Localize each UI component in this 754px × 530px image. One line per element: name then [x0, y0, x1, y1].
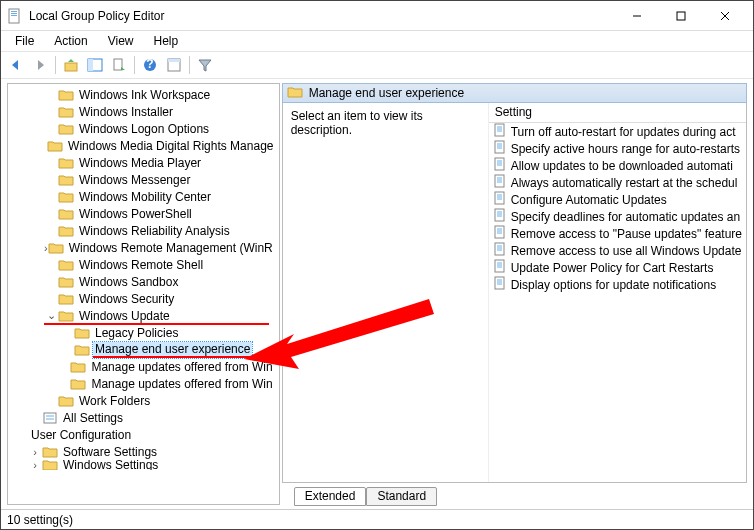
tree-item[interactable]: ·Windows Sandbox	[8, 273, 279, 290]
svg-rect-11	[114, 59, 122, 70]
setting-item[interactable]: Configure Automatic Updates	[489, 191, 746, 208]
setting-item[interactable]: Display options for update notifications	[489, 276, 746, 293]
detail-title: Manage end user experience	[309, 86, 464, 100]
show-hide-tree-button[interactable]	[84, 54, 106, 76]
tree-item[interactable]: ·Windows Media Player	[8, 154, 279, 171]
tree-item-label: Manage updates offered from Win	[89, 377, 274, 391]
svg-rect-8	[65, 63, 77, 71]
tree-item[interactable]: ·Manage updates offered from Win	[8, 358, 279, 375]
column-header-setting[interactable]: Setting	[489, 103, 746, 123]
setting-item[interactable]: Specify deadlines for automatic updates …	[489, 208, 746, 225]
tree-item-label: Windows Security	[77, 292, 176, 306]
tree-item[interactable]: ·User Configuration	[8, 426, 279, 443]
policy-icon	[493, 276, 507, 293]
tree-item[interactable]: ⌄Windows Update	[8, 307, 279, 324]
toolbar: ?	[1, 51, 753, 79]
export-list-button[interactable]	[108, 54, 130, 76]
close-button[interactable]	[703, 2, 747, 30]
setting-label: Always automatically restart at the sche…	[511, 176, 738, 190]
tree-item[interactable]: ·Windows Messenger	[8, 171, 279, 188]
tree-item[interactable]: ·Windows Mobility Center	[8, 188, 279, 205]
tree-item[interactable]: ·Windows Remote Shell	[8, 256, 279, 273]
properties-button[interactable]	[163, 54, 185, 76]
menu-file[interactable]: File	[5, 32, 44, 50]
minimize-button[interactable]	[615, 2, 659, 30]
setting-item[interactable]: Remove access to "Pause updates" feature	[489, 225, 746, 242]
svg-rect-3	[11, 15, 17, 16]
svg-rect-35	[495, 192, 504, 204]
svg-rect-10	[88, 59, 93, 71]
tree-item[interactable]: ›Windows Remote Management (WinR	[8, 239, 279, 256]
main-area: ·Windows Ink Workspace·Windows Installer…	[1, 81, 753, 507]
setting-item[interactable]: Remove access to use all Windows Update	[489, 242, 746, 259]
tree-item-label: Windows Update	[77, 309, 172, 323]
chevron-down-icon[interactable]: ⌄	[44, 309, 58, 322]
tree-item[interactable]: ·Manage end user experience	[8, 341, 279, 358]
setting-label: Specify deadlines for automatic updates …	[511, 210, 740, 224]
folder-icon	[58, 258, 74, 272]
chevron-right-icon[interactable]: ›	[28, 460, 42, 470]
tree-item[interactable]: ·Windows PowerShell	[8, 205, 279, 222]
setting-label: Allow updates to be downloaded automati	[511, 159, 733, 173]
maximize-button[interactable]	[659, 2, 703, 30]
folder-icon	[58, 156, 74, 170]
menu-view[interactable]: View	[98, 32, 144, 50]
menu-bar: File Action View Help	[1, 31, 753, 51]
tree-item[interactable]: ·All Settings	[8, 409, 279, 426]
all-settings-icon	[42, 411, 58, 425]
folder-icon	[58, 224, 74, 238]
help-button[interactable]: ?	[139, 54, 161, 76]
tree-scroll[interactable]: ·Windows Ink Workspace·Windows Installer…	[8, 84, 279, 504]
setting-item[interactable]: Turn off auto-restart for updates during…	[489, 123, 746, 140]
chevron-right-icon[interactable]: ›	[28, 446, 42, 458]
setting-item[interactable]: Always automatically restart at the sche…	[489, 174, 746, 191]
folder-icon	[58, 105, 74, 119]
tree-item-label: Legacy Policies	[93, 326, 180, 340]
svg-rect-19	[495, 124, 504, 136]
tree-item[interactable]: ·Work Folders	[8, 392, 279, 409]
setting-item[interactable]: Update Power Policy for Cart Restarts	[489, 259, 746, 276]
svg-rect-51	[495, 260, 504, 272]
menu-action[interactable]: Action	[44, 32, 97, 50]
svg-rect-43	[495, 226, 504, 238]
tree-item[interactable]: ·Manage updates offered from Win	[8, 375, 279, 392]
policy-icon	[493, 140, 507, 157]
tree-item[interactable]: ·Windows Media Digital Rights Manage	[8, 137, 279, 154]
tab-standard[interactable]: Standard	[366, 487, 437, 506]
forward-button[interactable]	[29, 54, 51, 76]
setting-item[interactable]: Specify active hours range for auto-rest…	[489, 140, 746, 157]
folder-icon	[74, 343, 90, 357]
tree-item-label: Windows Sandbox	[77, 275, 180, 289]
tree-item[interactable]: ·Legacy Policies	[8, 324, 279, 341]
tree-item-label: Windows PowerShell	[77, 207, 194, 221]
setting-label: Remove access to use all Windows Update	[511, 244, 742, 258]
tree-item-label: Windows Messenger	[77, 173, 192, 187]
policy-icon	[493, 157, 507, 174]
tree-item[interactable]: ›Software Settings	[8, 443, 279, 460]
tree-item-label: Windows Installer	[77, 105, 175, 119]
detail-body: Select an item to view its description. …	[282, 103, 747, 483]
tab-extended[interactable]: Extended	[294, 487, 367, 506]
tree-item[interactable]: ·Windows Security	[8, 290, 279, 307]
svg-rect-5	[677, 12, 685, 20]
menu-help[interactable]: Help	[144, 32, 189, 50]
folder-icon	[42, 445, 58, 459]
tree-item-label: Windows Logon Options	[77, 122, 211, 136]
tree-item-label: Windows Media Player	[77, 156, 203, 170]
folder-icon	[58, 275, 74, 289]
setting-label: Turn off auto-restart for updates during…	[511, 125, 736, 139]
title-bar: Local Group Policy Editor	[1, 1, 753, 31]
tree-item[interactable]: ·Windows Installer	[8, 103, 279, 120]
setting-item[interactable]: Allow updates to be downloaded automati	[489, 157, 746, 174]
tree-item[interactable]: ·Windows Logon Options	[8, 120, 279, 137]
tree-item-label: Windows Remote Management (WinR	[67, 241, 275, 255]
filter-button[interactable]	[194, 54, 216, 76]
tree-item[interactable]: ·Windows Reliability Analysis	[8, 222, 279, 239]
back-button[interactable]	[5, 54, 27, 76]
svg-rect-31	[495, 175, 504, 187]
window-title: Local Group Policy Editor	[29, 9, 615, 23]
tree-item-label: Windows Ink Workspace	[77, 88, 212, 102]
tree-item[interactable]: ·Windows Ink Workspace	[8, 86, 279, 103]
tree-item[interactable]: ›Windows Settings	[8, 460, 279, 470]
up-button[interactable]	[60, 54, 82, 76]
